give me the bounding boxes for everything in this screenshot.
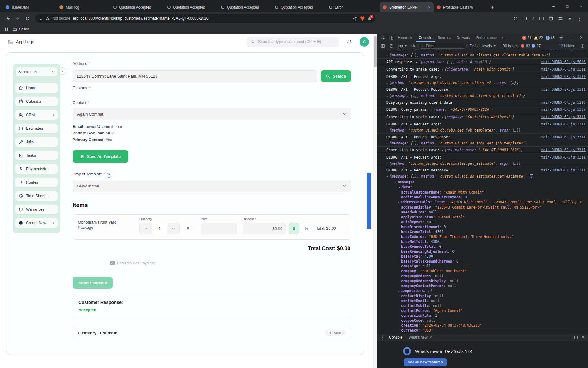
quantity-increment-button[interactable] [167, 223, 180, 234]
browser-tab[interactable]: Profitable Casts W [434, 2, 488, 12]
console-entry[interactable]: Converting to snake case: ▸{clientName: … [377, 66, 588, 73]
help-question-icon[interactable]: ? [107, 173, 111, 178]
expand-arrow-icon[interactable]: ▸ [386, 94, 388, 98]
discount-input[interactable] [243, 223, 286, 234]
console-entry[interactable]: couponCode: null [377, 318, 588, 323]
rate-input[interactable] [201, 223, 237, 234]
contact-select[interactable]: Again Commit [73, 108, 351, 120]
address-input[interactable] [73, 70, 317, 82]
console-entry[interactable]: ▸{message: {…}, method: 'custom_ui.api.d… [377, 52, 588, 58]
quantity-decrement-button[interactable] [139, 223, 152, 234]
quantity-input[interactable] [152, 223, 167, 234]
sidebar-item-warranties[interactable]: Warranties [15, 205, 58, 214]
console-entry[interactable]: contactPerson: "Again Commit" [377, 308, 588, 313]
source-link[interactable]: main-DUBNX-6R.js:5026 [541, 59, 586, 65]
expand-arrow-icon[interactable]: ▸ [398, 201, 399, 204]
console-settings-gear-icon[interactable] [579, 43, 586, 49]
error-count-badge[interactable]: ×24 [522, 36, 531, 40]
device-toolbar-icon[interactable] [387, 34, 394, 41]
browser-tab[interactable]: Quotation Accepted [164, 2, 218, 12]
devtools-tab-performance[interactable]: Performance [473, 34, 499, 42]
devtools-close-icon[interactable]: × [578, 34, 585, 41]
console-entry[interactable]: campaign: null [377, 264, 588, 269]
music-note-icon[interactable]: ♪ [532, 16, 534, 21]
sidebar-item-home[interactable]: Home [15, 83, 58, 93]
console-entry[interactable]: baseDiscountAmount: 0 [377, 224, 588, 229]
bookmark-icon[interactable] [39, 17, 43, 21]
console-entry[interactable]: actualCustomerName: "Again With Commit" [377, 190, 588, 195]
bookmark-folder-shiloh[interactable]: Shiloh [12, 27, 29, 32]
source-link[interactable]: main-DUBNX-6R.js:3311 [541, 67, 586, 72]
sidebar-item-calendar[interactable]: Calendar [15, 97, 58, 106]
source-link[interactable]: main-DUBNX-6R.js:3311 [541, 135, 586, 140]
console-entry[interactable]: ▸competitors: [] [377, 288, 588, 293]
drawer-tab-what-s-new[interactable]: What's new× [405, 334, 435, 341]
sidebar-item-estimates[interactable]: Estimates [15, 124, 58, 133]
share-icon[interactable] [353, 16, 357, 21]
expand-arrow-icon[interactable]: ▸ [386, 54, 388, 57]
page-scrollbar-thumb[interactable] [374, 36, 377, 67]
sidebar-item-tasks[interactable]: Tasks [15, 151, 58, 160]
expand-arrow-icon[interactable]: ▸ [386, 82, 388, 85]
expand-arrow-icon[interactable]: ▸ [386, 129, 388, 132]
download-icon[interactable] [567, 16, 572, 21]
sidebar-collapse-button[interactable]: ‹ [59, 67, 66, 75]
console-entry[interactable]: baseNetTotal: 4300 [377, 239, 588, 244]
expand-arrow-icon[interactable]: ▾ [386, 175, 388, 178]
console-entry[interactable]: DEBUG: API - Request Response:main-DUBNX… [377, 167, 588, 174]
console-entry[interactable]: creation: "2026-02-04 08:37:48.038213" [377, 323, 588, 328]
expand-arrow-icon[interactable]: ▸ [416, 61, 418, 64]
expand-arrow-icon[interactable]: ▸ [431, 108, 432, 111]
apps-grid-icon[interactable] [4, 27, 9, 31]
live-expression-eye-icon[interactable] [410, 43, 417, 49]
address-bar[interactable]: ! Not secure erp.local:8000/clients?look… [35, 14, 375, 23]
sidebar-item-time-sheets[interactable]: Time Sheets [15, 191, 58, 201]
devtools-tab-network[interactable]: Network [454, 34, 473, 42]
drawer-close-icon[interactable]: × [579, 334, 587, 341]
address-search-button[interactable]: Search [321, 70, 351, 82]
drawer-tab-console[interactable]: Console [386, 334, 405, 341]
project-template-select[interactable]: SNW Install [73, 180, 351, 192]
console-entry[interactable]: DEBUG: API - Request Response:main-DUBNX… [377, 50, 588, 52]
console-entry[interactable]: companyContactPerson: null [377, 283, 588, 288]
console-entry[interactable]: baseInWords: "USD Four Thousand, Three H… [377, 234, 588, 239]
expand-arrow-icon[interactable]: ▸ [386, 142, 388, 145]
browser-tab[interactable]: Error [326, 2, 380, 12]
console-entry[interactable]: ▸{method: 'custom_ui.api.db.estimates.ge… [377, 161, 588, 167]
devtools-settings-gear-icon[interactable] [557, 34, 565, 41]
save-as-template-button[interactable]: Save As Template [73, 150, 128, 163]
console-entry[interactable]: additionalDiscountPercentage: 0 [377, 195, 588, 200]
sidebar-item-jobs[interactable]: Jobs [15, 137, 58, 147]
console-entry[interactable]: baseRoundedTotal: 0 [377, 244, 588, 249]
filter-text-field[interactable] [426, 44, 464, 48]
brave-shields-lion-icon[interactable] [360, 16, 365, 21]
discount-percent-button[interactable]: % [301, 223, 311, 234]
wallet-icon[interactable] [522, 16, 527, 21]
source-link[interactable]: main-DUBNX-6R.js:3311 [541, 168, 586, 173]
see-all-features-button[interactable]: See all new features [404, 358, 447, 366]
plus-icon[interactable]: + [52, 113, 55, 117]
command-search-input[interactable]: Search or type a command (Ctrl + G) [247, 37, 339, 47]
source-link[interactable]: main-DUBNX-6R.js:3311 [541, 114, 586, 120]
console-sidebar-icon[interactable] [379, 43, 386, 49]
info-count-badge[interactable]: i63 [546, 36, 555, 40]
console-entry[interactable]: DEBUG: API - Request Response:main-DUBNX… [377, 133, 588, 140]
console-entry[interactable]: contactEmail: null [377, 298, 588, 303]
expand-arrow-icon[interactable]: ▾ [395, 181, 396, 184]
sidebar-item-create-new[interactable]: Create New+ [15, 218, 58, 228]
console-filter-input[interactable] [418, 43, 467, 49]
settings-sliders-icon[interactable] [558, 16, 563, 21]
browser-tab[interactable]: d3i9ei0ar4 [2, 2, 56, 12]
console-entry[interactable]: DEBUG: API - Request Args:main-DUBNX-6R.… [377, 154, 588, 161]
browser-tab[interactable]: Quotation Accepted [218, 2, 272, 12]
console-entry[interactable]: ▸{message: {…}, method: 'custom_ui.api.d… [377, 140, 588, 146]
source-link[interactable]: main-DUBNX-6R.js:5210 [541, 100, 586, 105]
console-entry[interactable]: companyAddressDisplay: null [377, 278, 588, 283]
hidden-messages-count[interactable]: 13 hidden [556, 44, 578, 48]
scroll-indicator[interactable] [367, 173, 371, 229]
source-link[interactable]: main-DUBNX-6R.js:3311 [541, 148, 586, 153]
devtools-tab-sources[interactable]: Sources [435, 34, 454, 42]
notifications-bell-icon[interactable] [346, 39, 352, 45]
discount-dollar-button[interactable]: $ [289, 223, 299, 234]
console-entry[interactable]: ▸{method: 'custom_ui.api.db.clients.get_… [377, 80, 588, 86]
